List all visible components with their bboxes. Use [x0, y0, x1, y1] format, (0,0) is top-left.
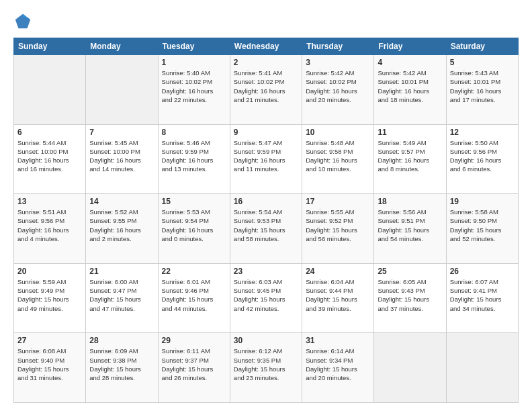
- calendar-cell: 23Sunrise: 6:03 AM Sunset: 9:45 PM Dayli…: [230, 263, 302, 333]
- weekday-header-monday: Monday: [86, 38, 158, 55]
- calendar-cell: 17Sunrise: 5:55 AM Sunset: 9:52 PM Dayli…: [302, 194, 374, 264]
- day-number: 22: [162, 267, 226, 276]
- day-info: Sunrise: 5:50 AM Sunset: 9:56 PM Dayligh…: [450, 138, 515, 174]
- calendar-cell: 21Sunrise: 6:00 AM Sunset: 9:47 PM Dayli…: [86, 263, 158, 333]
- calendar-cell: 6Sunrise: 5:44 AM Sunset: 10:00 PM Dayli…: [14, 124, 86, 194]
- day-info: Sunrise: 5:51 AM Sunset: 9:56 PM Dayligh…: [17, 208, 82, 243]
- day-info: Sunrise: 6:05 AM Sunset: 9:43 PM Dayligh…: [378, 277, 442, 313]
- logo: [13, 12, 35, 31]
- day-number: 23: [234, 267, 298, 276]
- calendar-cell: 25Sunrise: 6:05 AM Sunset: 9:43 PM Dayli…: [374, 263, 446, 333]
- day-number: 24: [306, 267, 370, 276]
- calendar-cell: 18Sunrise: 5:56 AM Sunset: 9:51 PM Dayli…: [374, 194, 446, 264]
- day-info: Sunrise: 5:59 AM Sunset: 9:49 PM Dayligh…: [17, 277, 82, 313]
- day-number: 29: [162, 336, 226, 345]
- calendar-cell: 19Sunrise: 5:58 AM Sunset: 9:50 PM Dayli…: [446, 194, 518, 264]
- day-info: Sunrise: 6:11 AM Sunset: 9:37 PM Dayligh…: [162, 347, 226, 382]
- day-number: 18: [378, 197, 442, 206]
- calendar-cell: [374, 333, 446, 403]
- calendar-cell: [86, 55, 158, 125]
- day-info: Sunrise: 5:44 AM Sunset: 10:00 PM Daylig…: [17, 138, 82, 174]
- calendar-cell: 30Sunrise: 6:12 AM Sunset: 9:35 PM Dayli…: [230, 333, 302, 403]
- calendar-cell: 3Sunrise: 5:42 AM Sunset: 10:02 PM Dayli…: [302, 55, 374, 125]
- week-row-3: 20Sunrise: 5:59 AM Sunset: 9:49 PM Dayli…: [14, 263, 519, 333]
- day-info: Sunrise: 6:08 AM Sunset: 9:40 PM Dayligh…: [17, 347, 82, 382]
- day-number: 10: [306, 128, 370, 137]
- calendar-cell: 12Sunrise: 5:50 AM Sunset: 9:56 PM Dayli…: [446, 124, 518, 194]
- day-number: 7: [89, 128, 154, 137]
- day-info: Sunrise: 6:00 AM Sunset: 9:47 PM Dayligh…: [89, 277, 154, 313]
- weekday-header-sunday: Sunday: [14, 38, 86, 55]
- day-info: Sunrise: 5:46 AM Sunset: 9:59 PM Dayligh…: [162, 138, 226, 174]
- day-info: Sunrise: 5:52 AM Sunset: 9:55 PM Dayligh…: [89, 208, 154, 243]
- day-number: 6: [17, 128, 82, 137]
- calendar-cell: 5Sunrise: 5:43 AM Sunset: 10:01 PM Dayli…: [446, 55, 518, 125]
- day-number: 25: [378, 267, 442, 276]
- calendar: SundayMondayTuesdayWednesdayThursdayFrid…: [13, 38, 519, 403]
- day-number: 31: [306, 336, 370, 345]
- day-info: Sunrise: 6:04 AM Sunset: 9:44 PM Dayligh…: [306, 277, 370, 313]
- day-number: 3: [306, 58, 370, 67]
- day-info: Sunrise: 6:01 AM Sunset: 9:46 PM Dayligh…: [162, 277, 226, 313]
- page: SundayMondayTuesdayWednesdayThursdayFrid…: [0, 0, 532, 411]
- calendar-cell: 16Sunrise: 5:54 AM Sunset: 9:53 PM Dayli…: [230, 194, 302, 264]
- day-info: Sunrise: 5:47 AM Sunset: 9:59 PM Dayligh…: [234, 138, 298, 174]
- day-info: Sunrise: 5:58 AM Sunset: 9:50 PM Dayligh…: [450, 208, 515, 243]
- weekday-header-thursday: Thursday: [302, 38, 374, 55]
- day-info: Sunrise: 5:41 AM Sunset: 10:02 PM Daylig…: [234, 68, 298, 104]
- week-row-4: 27Sunrise: 6:08 AM Sunset: 9:40 PM Dayli…: [14, 333, 519, 403]
- day-info: Sunrise: 5:55 AM Sunset: 9:52 PM Dayligh…: [306, 208, 370, 243]
- day-number: 11: [378, 128, 442, 137]
- calendar-cell: 20Sunrise: 5:59 AM Sunset: 9:49 PM Dayli…: [14, 263, 86, 333]
- calendar-cell: 29Sunrise: 6:11 AM Sunset: 9:37 PM Dayli…: [158, 333, 230, 403]
- calendar-cell: 14Sunrise: 5:52 AM Sunset: 9:55 PM Dayli…: [86, 194, 158, 264]
- calendar-cell: 11Sunrise: 5:49 AM Sunset: 9:57 PM Dayli…: [374, 124, 446, 194]
- day-info: Sunrise: 5:54 AM Sunset: 9:53 PM Dayligh…: [234, 208, 298, 243]
- day-info: Sunrise: 5:43 AM Sunset: 10:01 PM Daylig…: [450, 68, 515, 104]
- calendar-cell: 13Sunrise: 5:51 AM Sunset: 9:56 PM Dayli…: [14, 194, 86, 264]
- header: [13, 12, 519, 31]
- day-info: Sunrise: 5:48 AM Sunset: 9:58 PM Dayligh…: [306, 138, 370, 174]
- day-number: 17: [306, 197, 370, 206]
- calendar-cell: 4Sunrise: 5:42 AM Sunset: 10:01 PM Dayli…: [374, 55, 446, 125]
- logo-icon: [13, 12, 32, 31]
- day-info: Sunrise: 6:14 AM Sunset: 9:34 PM Dayligh…: [306, 347, 370, 382]
- calendar-cell: 15Sunrise: 5:53 AM Sunset: 9:54 PM Dayli…: [158, 194, 230, 264]
- calendar-cell: 9Sunrise: 5:47 AM Sunset: 9:59 PM Daylig…: [230, 124, 302, 194]
- day-number: 12: [450, 128, 515, 137]
- week-row-0: 1Sunrise: 5:40 AM Sunset: 10:02 PM Dayli…: [14, 55, 519, 125]
- calendar-cell: 24Sunrise: 6:04 AM Sunset: 9:44 PM Dayli…: [302, 263, 374, 333]
- day-number: 30: [234, 336, 298, 345]
- day-info: Sunrise: 5:45 AM Sunset: 10:00 PM Daylig…: [89, 138, 154, 174]
- day-info: Sunrise: 5:53 AM Sunset: 9:54 PM Dayligh…: [162, 208, 226, 243]
- day-info: Sunrise: 5:49 AM Sunset: 9:57 PM Dayligh…: [378, 138, 442, 174]
- calendar-cell: 7Sunrise: 5:45 AM Sunset: 10:00 PM Dayli…: [86, 124, 158, 194]
- calendar-cell: 27Sunrise: 6:08 AM Sunset: 9:40 PM Dayli…: [14, 333, 86, 403]
- day-info: Sunrise: 5:42 AM Sunset: 10:02 PM Daylig…: [306, 68, 370, 104]
- day-number: 16: [234, 197, 298, 206]
- day-number: 28: [89, 336, 154, 345]
- day-info: Sunrise: 5:42 AM Sunset: 10:01 PM Daylig…: [378, 68, 442, 104]
- weekday-header-tuesday: Tuesday: [158, 38, 230, 55]
- calendar-cell: [446, 333, 518, 403]
- calendar-cell: 22Sunrise: 6:01 AM Sunset: 9:46 PM Dayli…: [158, 263, 230, 333]
- calendar-cell: 1Sunrise: 5:40 AM Sunset: 10:02 PM Dayli…: [158, 55, 230, 125]
- calendar-cell: 31Sunrise: 6:14 AM Sunset: 9:34 PM Dayli…: [302, 333, 374, 403]
- day-info: Sunrise: 6:09 AM Sunset: 9:38 PM Dayligh…: [89, 347, 154, 382]
- day-number: 26: [450, 267, 515, 276]
- day-number: 8: [162, 128, 226, 137]
- calendar-cell: 28Sunrise: 6:09 AM Sunset: 9:38 PM Dayli…: [86, 333, 158, 403]
- day-number: 15: [162, 197, 226, 206]
- calendar-cell: 8Sunrise: 5:46 AM Sunset: 9:59 PM Daylig…: [158, 124, 230, 194]
- day-number: 9: [234, 128, 298, 137]
- day-info: Sunrise: 6:03 AM Sunset: 9:45 PM Dayligh…: [234, 277, 298, 313]
- day-info: Sunrise: 5:40 AM Sunset: 10:02 PM Daylig…: [162, 68, 226, 104]
- calendar-cell: 26Sunrise: 6:07 AM Sunset: 9:41 PM Dayli…: [446, 263, 518, 333]
- calendar-cell: 10Sunrise: 5:48 AM Sunset: 9:58 PM Dayli…: [302, 124, 374, 194]
- day-number: 2: [234, 58, 298, 67]
- calendar-cell: 2Sunrise: 5:41 AM Sunset: 10:02 PM Dayli…: [230, 55, 302, 125]
- day-number: 1: [162, 58, 226, 67]
- day-number: 13: [17, 197, 82, 206]
- day-number: 20: [17, 267, 82, 276]
- weekday-header-saturday: Saturday: [446, 38, 518, 55]
